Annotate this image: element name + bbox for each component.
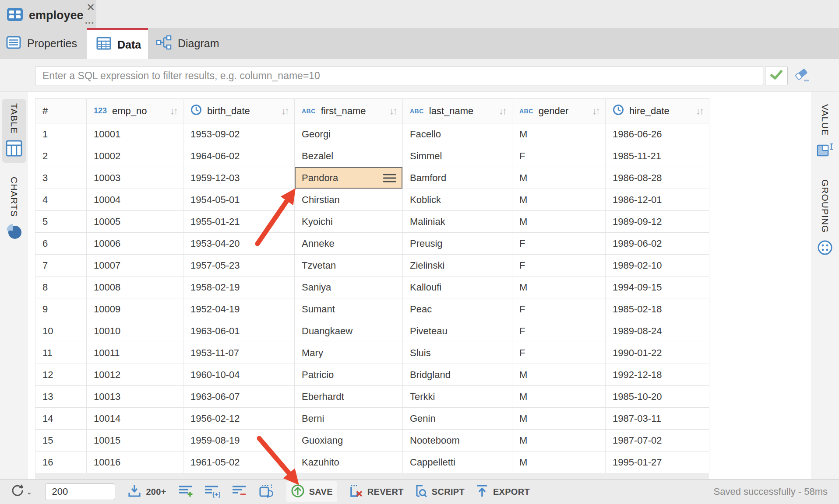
table-cell[interactable]: Saniya [295,276,403,298]
table-cell[interactable]: Chirstian [295,189,403,211]
table-row[interactable]: 14 10014 1956-02-12 Berni Genin M 1987-0… [35,408,709,430]
table-cell[interactable]: 10012 [87,364,183,386]
table-cell[interactable]: M [512,364,606,386]
table-cell[interactable]: Berni [295,408,403,430]
table-cell[interactable]: 1989-02-10 [606,255,709,276]
table-cell[interactable]: Bezalel [295,145,403,167]
table-cell[interactable]: 10011 [87,342,183,364]
table-cell[interactable]: 1953-04-20 [183,233,295,255]
row-number-cell[interactable]: 13 [35,386,87,408]
table-cell[interactable]: Maliniak [403,211,512,233]
table-cell[interactable]: 10010 [87,320,183,342]
clear-filter-button[interactable] [793,68,811,84]
table-cell[interactable]: 1992-12-18 [606,364,709,386]
sort-arrows-icon[interactable]: ↓↑ [281,105,288,117]
save-button[interactable]: SAVE [286,481,337,502]
table-cell[interactable]: Kyoichi [295,211,403,233]
table-cell[interactable]: 10004 [87,189,183,211]
duplicate-button[interactable] [258,484,273,500]
table-cell[interactable]: 1987-03-11 [606,408,709,430]
fetch-all-button[interactable]: 200+ [127,484,166,500]
table-row[interactable]: 6 10006 1953-04-20 Anneke Preusig F 1989… [35,233,709,255]
table-row[interactable]: 16 10016 1961-05-02 Kazuhito Cappelletti… [35,452,709,473]
table-cell[interactable]: 10008 [87,276,183,298]
delete-row-button[interactable] [232,484,247,500]
table-cell[interactable]: 1989-09-12 [606,211,709,233]
table-row[interactable]: 1 10001 1953-09-02 Georgi Facello M 1986… [35,123,709,145]
column-header-hire-date[interactable]: hire_date↓↑ [606,99,709,123]
cell-menu-icon[interactable] [383,174,396,182]
script-button[interactable]: SCRIPT [412,484,465,500]
table-cell[interactable]: M [512,452,606,473]
table-cell[interactable]: 1957-05-23 [183,255,295,276]
table-row[interactable]: 8 10008 1958-02-19 Saniya Kalloufi M 199… [35,276,709,298]
table-cell[interactable]: 1964-06-02 [183,145,295,167]
table-cell[interactable]: Piveteau [403,320,512,342]
table-cell[interactable]: Nooteboom [403,430,512,452]
row-number-cell[interactable]: 1 [35,123,87,145]
column-header-emp-no[interactable]: 123emp_no↓↑ [87,99,183,123]
table-cell[interactable]: F [512,145,606,167]
row-number-cell[interactable]: 16 [35,452,87,473]
table-row[interactable]: 9 10009 1952-04-19 Sumant Peac F 1985-02… [35,298,709,320]
table-cell[interactable]: 1989-06-02 [606,233,709,255]
table-cell[interactable]: 10016 [87,452,183,473]
table-cell[interactable]: 10015 [87,430,183,452]
add-row-button[interactable] [178,484,193,500]
row-number-cell[interactable]: 11 [35,342,87,364]
table-cell[interactable]: 1959-12-03 [183,167,295,189]
table-cell[interactable]: 10007 [87,255,183,276]
table-cell[interactable]: Mary [295,342,403,364]
table-cell[interactable]: 10001 [87,123,183,145]
row-number-cell[interactable]: 5 [35,211,87,233]
table-cell[interactable]: Georgi [295,123,403,145]
table-cell[interactable]: 1953-09-02 [183,123,295,145]
table-row[interactable]: 15 10015 1959-08-19 Guoxiang Nooteboom M… [35,430,709,452]
table-cell[interactable]: Facello [403,123,512,145]
table-row[interactable]: 10 10010 1963-06-01 Duangkaew Piveteau F… [35,320,709,342]
table-row[interactable]: 5 10005 1955-01-21 Kyoichi Maliniak M 19… [35,211,709,233]
table-cell[interactable]: M [512,276,606,298]
column-header-last-name[interactable]: ABClast_name↓↑ [403,99,512,123]
table-cell[interactable]: M [512,167,606,189]
table-cell[interactable]: 1986-06-26 [606,123,709,145]
table-row[interactable]: 3 10003 1959-12-03 Pandora Bamford M 198… [35,167,709,189]
table-cell[interactable]: 1995-01-27 [606,452,709,473]
table-cell[interactable]: Eberhardt [295,386,403,408]
row-number-cell[interactable]: 14 [35,408,87,430]
table-cell[interactable]: 1963-06-07 [183,386,295,408]
column-header-birth-date[interactable]: birth_date↓↑ [183,99,295,123]
table-row[interactable]: 13 10013 1963-06-07 Eberhardt Terkki M 1… [35,386,709,408]
table-cell[interactable]: 10014 [87,408,183,430]
table-cell[interactable]: F [512,233,606,255]
table-cell[interactable]: 1960-10-04 [183,364,295,386]
sort-arrows-icon[interactable]: ↓↑ [592,105,599,117]
table-cell[interactable]: F [512,255,606,276]
table-cell[interactable]: Guoxiang [295,430,403,452]
table-cell[interactable]: M [512,123,606,145]
row-number-cell[interactable]: 2 [35,145,87,167]
table-cell[interactable]: M [512,189,606,211]
table-cell[interactable]: 1958-02-19 [183,276,295,298]
close-icon[interactable]: ✕ [85,2,96,13]
sql-filter-input[interactable] [35,66,763,85]
table-cell[interactable]: 10009 [87,298,183,320]
table-cell[interactable]: 1985-02-18 [606,298,709,320]
table-cell[interactable]: 10013 [87,386,183,408]
table-row[interactable]: 2 10002 1964-06-02 Bezalel Simmel F 1985… [35,145,709,167]
table-cell[interactable]: Sumant [295,298,403,320]
table-cell[interactable]: 1987-07-02 [606,430,709,452]
sort-arrows-icon[interactable]: ↓↑ [170,105,177,117]
row-limit-input[interactable] [45,483,115,500]
add-row-copy-button[interactable]: (+) [204,484,220,500]
table-cell[interactable]: 1985-10-20 [606,386,709,408]
table-row[interactable]: 12 10012 1960-10-04 Patricio Bridgland M… [35,364,709,386]
table-cell[interactable]: Peac [403,298,512,320]
table-cell[interactable]: 1994-09-15 [606,276,709,298]
table-cell[interactable]: Genin [403,408,512,430]
table-cell[interactable]: Anneke [295,233,403,255]
sort-arrows-icon[interactable]: ↓↑ [389,105,396,117]
table-cell[interactable]: F [512,342,606,364]
table-cell[interactable]: 1989-08-24 [606,320,709,342]
table-cell[interactable]: Terkki [403,386,512,408]
